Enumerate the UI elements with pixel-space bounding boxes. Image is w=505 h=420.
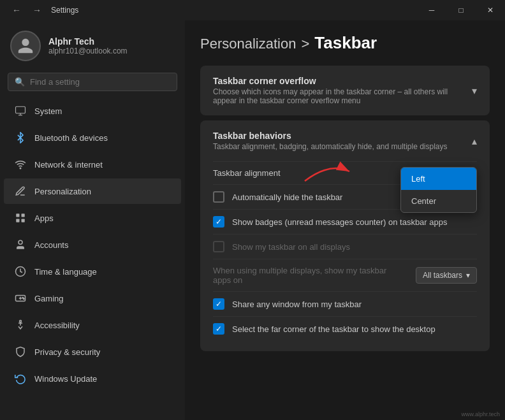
close-button[interactable]: ✕: [476, 0, 505, 20]
share-window-row[interactable]: Share any window from my taskbar: [213, 291, 477, 316]
badges-label: Show badges (unread messages counter) on…: [232, 217, 447, 227]
all-taskbars-dropdown[interactable]: All taskbars ▾: [416, 267, 477, 284]
sidebar-item-apps[interactable]: Apps: [4, 205, 181, 231]
svg-rect-6: [16, 219, 19, 222]
sidebar-item-label-personalization: Personalization: [34, 187, 91, 196]
personalization-icon: [14, 185, 27, 198]
sidebar-item-personalization[interactable]: Personalization: [4, 178, 181, 204]
search-box[interactable]: 🔍: [8, 73, 177, 91]
alignment-row: Taskbar alignment Left: [213, 161, 477, 184]
user-profile[interactable]: Alphr Tech alphr101@outlook.com: [0, 20, 185, 69]
sidebar-item-label-system: System: [34, 106, 62, 116]
alignment-option-center[interactable]: Center: [401, 190, 476, 212]
multiple-displays-row[interactable]: Show my taskbar on all displays: [213, 234, 477, 259]
titlebar: ← → Settings ─ □ ✕: [0, 0, 505, 20]
titlebar-nav: ← →: [8, 1, 46, 19]
system-icon: [14, 105, 27, 117]
taskbar-behaviors-section: Taskbar behaviors Taskbar alignment, bad…: [200, 120, 490, 351]
search-icon: 🔍: [15, 77, 25, 87]
taskbar-overflow-header[interactable]: Taskbar corner overflow Choose which ico…: [200, 66, 490, 115]
app-body: Alphr Tech alphr101@outlook.com 🔍 System…: [0, 20, 505, 420]
sidebar-item-label-accessibility: Accessibility: [34, 321, 80, 330]
page-header: Personalization > Taskbar: [200, 33, 490, 53]
badges-checkbox[interactable]: [213, 216, 224, 228]
gaming-icon: [14, 292, 27, 305]
search-input[interactable]: [30, 77, 170, 87]
all-taskbars-chevron: ▾: [466, 271, 470, 280]
arrow-annotation: [298, 159, 356, 184]
alignment-option-left[interactable]: Left: [401, 168, 476, 190]
sidebar-item-accessibility[interactable]: Accessibility: [4, 312, 181, 338]
svg-point-15: [20, 321, 22, 322]
taskbar-overflow-section: Taskbar corner overflow Choose which ico…: [200, 66, 490, 115]
auto-hide-wrapper: Automatically hide the taskbar: [213, 191, 342, 203]
show-apps-on-label: When using multiple displays, show my ta…: [213, 266, 392, 285]
sidebar-item-label-apps: Apps: [34, 214, 54, 223]
minimize-button[interactable]: ─: [417, 0, 446, 20]
titlebar-left: ← → Settings: [8, 1, 78, 19]
auto-hide-checkbox[interactable]: [213, 191, 224, 203]
breadcrumb-current: Taskbar: [314, 33, 377, 53]
share-window-wrapper: Share any window from my taskbar: [213, 298, 362, 310]
maximize-button[interactable]: □: [446, 0, 476, 20]
sidebar-item-label-time: Time & language: [34, 267, 97, 277]
svg-point-3: [20, 168, 21, 169]
search-container: 🔍: [0, 69, 185, 98]
back-button[interactable]: ←: [8, 1, 26, 19]
multiple-displays-label: Show my taskbar on all displays: [232, 242, 350, 252]
overflow-chevron: ▾: [472, 85, 477, 97]
all-taskbars-label: All taskbars: [423, 271, 462, 280]
overflow-subtitle: Choose which icons may appear in the tas…: [213, 87, 472, 105]
sidebar-item-label-network: Network & internet: [34, 160, 103, 170]
sidebar-item-network[interactable]: Network & internet: [4, 152, 181, 177]
window-controls: ─ □ ✕: [417, 0, 505, 20]
bluetooth-icon: [14, 131, 27, 144]
share-window-label: Share any window from my taskbar: [232, 300, 362, 309]
sidebar-item-gaming[interactable]: Gaming: [4, 286, 181, 311]
svg-rect-4: [16, 214, 19, 217]
update-icon: [14, 372, 27, 385]
far-corner-row[interactable]: Select the far corner of the taskbar to …: [213, 316, 477, 341]
sidebar-item-update[interactable]: Windows Update: [4, 366, 181, 391]
svg-rect-7: [22, 219, 25, 222]
far-corner-wrapper: Select the far corner of the taskbar to …: [213, 323, 435, 335]
sidebar-item-accounts[interactable]: Accounts: [4, 232, 181, 257]
alignment-dropdown-menu: Left Center: [400, 167, 477, 213]
accounts-icon: [14, 238, 27, 251]
far-corner-checkbox[interactable]: [213, 323, 224, 335]
time-icon: [14, 265, 27, 278]
sidebar-item-label-accounts: Accounts: [34, 240, 68, 250]
share-window-checkbox[interactable]: [213, 298, 224, 310]
multiple-displays-wrapper: Show my taskbar on all displays: [213, 241, 350, 252]
sidebar-item-label-gaming: Gaming: [34, 294, 64, 303]
sidebar-item-label-privacy: Privacy & security: [34, 347, 100, 357]
behaviors-subtitle: Taskbar alignment, badging, automaticall…: [213, 142, 448, 151]
main-content: Personalization > Taskbar Taskbar corner…: [185, 20, 505, 420]
breadcrumb-chevron: >: [301, 36, 309, 52]
network-icon: [14, 158, 27, 171]
multiple-displays-checkbox[interactable]: [213, 241, 224, 252]
breadcrumb-parent: Personalization: [200, 36, 296, 52]
auto-hide-label: Automatically hide the taskbar: [232, 192, 342, 202]
behaviors-chevron: ▴: [472, 135, 477, 147]
user-info: Alphr Tech alphr101@outlook.com: [48, 36, 128, 55]
badges-row[interactable]: Show badges (unread messages counter) on…: [213, 209, 477, 234]
forward-button[interactable]: →: [28, 1, 46, 19]
accessibility-icon: [14, 319, 27, 331]
privacy-icon: [14, 345, 27, 358]
sidebar-item-bluetooth[interactable]: Bluetooth & devices: [4, 125, 181, 150]
svg-rect-0: [16, 106, 26, 113]
svg-point-8: [18, 240, 22, 244]
sidebar: Alphr Tech alphr101@outlook.com 🔍 System…: [0, 20, 185, 420]
sidebar-item-privacy[interactable]: Privacy & security: [4, 339, 181, 365]
sidebar-item-system[interactable]: System: [4, 98, 181, 124]
badges-wrapper: Show badges (unread messages counter) on…: [213, 216, 447, 228]
show-apps-on-row: When using multiple displays, show my ta…: [213, 259, 477, 291]
sidebar-item-time[interactable]: Time & language: [4, 259, 181, 284]
far-corner-label: Select the far corner of the taskbar to …: [232, 324, 435, 334]
behaviors-body: Taskbar alignment Left: [200, 161, 490, 351]
behaviors-title: Taskbar behaviors: [213, 131, 448, 141]
taskbar-behaviors-header[interactable]: Taskbar behaviors Taskbar alignment, bad…: [200, 120, 490, 161]
svg-rect-5: [22, 214, 25, 217]
alignment-label: Taskbar alignment: [213, 168, 281, 178]
